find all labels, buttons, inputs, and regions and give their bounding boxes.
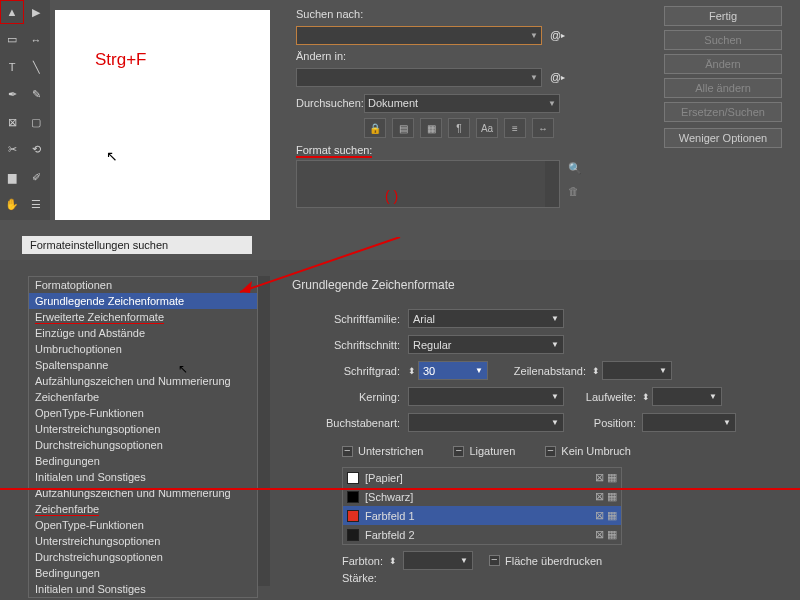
ligatures-check[interactable]: Ligaturen: [453, 445, 515, 457]
scope-select[interactable]: Dokument▼: [364, 94, 560, 113]
stroke-label: Stärke:: [342, 572, 377, 584]
category-item[interactable]: Einzüge und Abstände: [29, 325, 257, 341]
position-select[interactable]: ▼: [642, 413, 736, 432]
font-style-label: Schriftschnitt:: [292, 339, 408, 351]
kerning-select[interactable]: ▼: [408, 387, 564, 406]
search-for-label: Suchen nach:: [296, 8, 363, 20]
nobreak-check[interactable]: Kein Umbruch: [545, 445, 631, 457]
layer-icon[interactable]: ▦: [420, 118, 442, 138]
hand-tool[interactable]: ✋: [0, 193, 24, 217]
pencil-tool[interactable]: ✎: [24, 83, 48, 107]
swatch-item[interactable]: Farbfeld 2⊠▦: [343, 525, 621, 544]
category-item[interactable]: Spaltenspanne: [29, 357, 257, 373]
tint-label: Farbton:: [342, 555, 383, 567]
category-item[interactable]: Umbruchoptionen: [29, 341, 257, 357]
transform-tool[interactable]: ⟲: [24, 138, 48, 162]
line-tool[interactable]: ╲: [24, 55, 48, 79]
cursor-icon: ↖: [178, 362, 188, 376]
category-item[interactable]: Durchstreichungsoptionen: [29, 549, 257, 565]
category-item[interactable]: Zeichenfarbe: [29, 501, 257, 517]
trash-format-icon[interactable]: 🗑: [568, 185, 582, 197]
case-icon[interactable]: Aa: [476, 118, 498, 138]
category-item[interactable]: Unterstreichungsoptionen: [29, 421, 257, 437]
tool-panel: ▲ ▶ ▭ ↔ T ╲ ✒ ✎ ⊠ ▢ ✂ ⟲ ▆ ✐ ✋ ☰: [0, 0, 50, 220]
rect-tool[interactable]: ▢: [24, 110, 48, 134]
scissors-tool[interactable]: ✂: [0, 138, 24, 162]
shortcut-annotation: Strg+F: [95, 50, 147, 70]
style-icon[interactable]: ≡: [504, 118, 526, 138]
tracking-label: Laufweite:: [572, 391, 642, 403]
leading-input[interactable]: ▼: [602, 361, 672, 380]
category-item[interactable]: Bedingungen: [29, 453, 257, 469]
category-item[interactable]: Grundlegende Zeichenformate: [29, 293, 257, 309]
case-label: Buchstabenart:: [292, 417, 408, 429]
format-settings-dialog: FormatoptionenGrundlegende Zeichenformat…: [0, 260, 800, 600]
category-scrollbar[interactable]: [258, 276, 270, 586]
gap-tool[interactable]: ↔: [24, 28, 48, 52]
category-item[interactable]: Zeichenfarbe: [29, 389, 257, 405]
dir-icon[interactable]: ↔: [532, 118, 554, 138]
paren-annotation: ( ): [385, 188, 398, 204]
category-item[interactable]: OpenType-Funktionen: [29, 405, 257, 421]
change-to-input[interactable]: ▼: [296, 68, 542, 87]
detail-panel: Grundlegende Zeichenformate Schriftfamil…: [292, 278, 782, 584]
eyedrop-tool[interactable]: ✐: [24, 165, 48, 189]
pen-tool[interactable]: ✒: [0, 83, 24, 107]
selection-tool[interactable]: ▲: [0, 0, 24, 24]
overprint-fill-check[interactable]: Fläche überdrucken: [489, 555, 602, 567]
document-canvas: [55, 10, 270, 220]
find-change-dialog: Fertig Suchen Ändern Alle ändern Ersetze…: [278, 0, 800, 230]
font-family-select[interactable]: Arial▼: [408, 309, 564, 328]
category-item[interactable]: Formatoptionen: [29, 277, 257, 293]
underline-check[interactable]: Unterstrichen: [342, 445, 423, 457]
format-search-box[interactable]: [296, 160, 560, 208]
panel-title: Grundlegende Zeichenformate: [292, 278, 782, 292]
format-search-label: Format suchen:: [296, 144, 372, 158]
rect-frame-tool[interactable]: ⊠: [0, 110, 24, 134]
change-to-label: Ändern in:: [296, 50, 346, 62]
case-select[interactable]: ▼: [408, 413, 564, 432]
type-tool[interactable]: T: [0, 55, 24, 79]
lock-icon[interactable]: 🔒: [364, 118, 386, 138]
annotation-line: [0, 488, 800, 490]
position-label: Position:: [572, 417, 642, 429]
category-item[interactable]: Initialen und Sonstiges: [29, 581, 257, 597]
category-item[interactable]: Unterstreichungsoptionen: [29, 533, 257, 549]
category-item[interactable]: Durchstreichungsoptionen: [29, 437, 257, 453]
at-menu-icon[interactable]: @: [550, 29, 561, 41]
at-menu-icon[interactable]: @: [550, 71, 561, 83]
category-item[interactable]: Initialen und Sonstiges: [29, 469, 257, 485]
category-item[interactable]: Bedingungen: [29, 565, 257, 581]
note-tool[interactable]: ☰: [24, 193, 48, 217]
direct-select-tool[interactable]: ▶: [24, 0, 48, 24]
kerning-label: Kerning:: [292, 391, 408, 403]
scope-label: Durchsuchen:: [296, 97, 364, 109]
font-size-label: Schriftgrad:: [292, 365, 408, 377]
category-item[interactable]: Aufzählungszeichen und Nummerierung: [29, 373, 257, 389]
page-tool[interactable]: ▭: [0, 28, 24, 52]
leading-label: Zeilenabstand:: [496, 365, 592, 377]
format-settings-title: Formateinstellungen suchen: [22, 236, 252, 254]
swatch-item[interactable]: [Papier]⊠▦: [343, 468, 621, 487]
swatch-list[interactable]: [Papier]⊠▦[Schwarz]⊠▦Farbfeld 1⊠▦Farbfel…: [342, 467, 622, 545]
cursor-icon: ↖: [106, 148, 118, 164]
search-for-input[interactable]: ▼: [296, 26, 542, 45]
category-list[interactable]: FormatoptionenGrundlegende Zeichenformat…: [28, 276, 258, 598]
para-icon[interactable]: ¶: [448, 118, 470, 138]
font-style-select[interactable]: Regular▼: [408, 335, 564, 354]
swatch-item[interactable]: Farbfeld 1⊠▦: [343, 506, 621, 525]
book-icon[interactable]: ▤: [392, 118, 414, 138]
gradient-tool[interactable]: ▆: [0, 165, 24, 189]
category-item[interactable]: Erweiterte Zeichenformate: [29, 309, 257, 325]
font-family-label: Schriftfamilie:: [292, 313, 408, 325]
category-item[interactable]: OpenType-Funktionen: [29, 517, 257, 533]
tracking-input[interactable]: ▼: [652, 387, 722, 406]
tint-input[interactable]: ▼: [403, 551, 473, 570]
magnify-format-icon[interactable]: 🔍: [568, 162, 582, 175]
font-size-input[interactable]: 30▼: [418, 361, 488, 380]
